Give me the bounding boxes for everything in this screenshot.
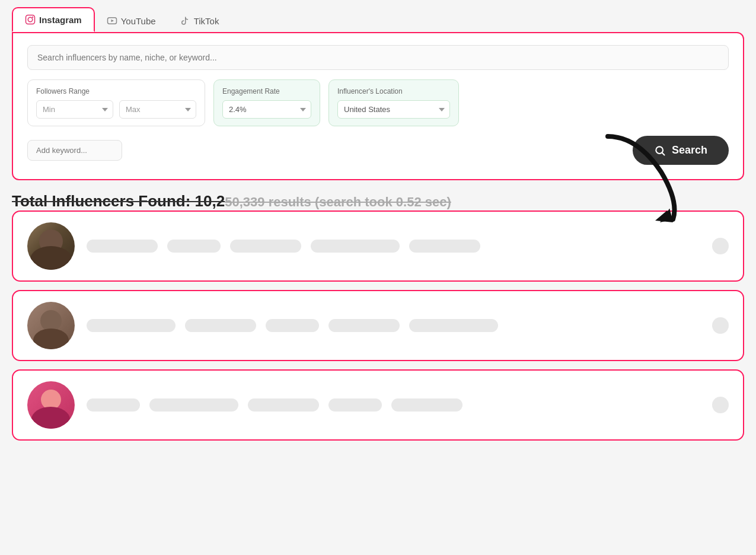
influencer-card <box>12 369 744 441</box>
svg-rect-0 <box>26 15 35 24</box>
results-header-text: Total Influencers Found: 10,2 <box>12 192 225 210</box>
results-subtitle-text: 50,339 results (search took 0.52 sec) <box>225 194 451 210</box>
skeleton-followers <box>185 319 256 332</box>
arrow-annotation <box>590 125 720 243</box>
tab-tiktok[interactable]: TikTok <box>168 9 231 32</box>
avatar <box>27 222 75 270</box>
youtube-icon <box>107 15 117 26</box>
instagram-icon <box>25 14 36 25</box>
engagement-label: Engagement Rate <box>222 87 311 95</box>
svg-point-2 <box>32 17 33 18</box>
filters-row: Followers Range Min Max Engagement Rate … <box>27 79 729 126</box>
skeleton-row <box>87 317 729 334</box>
main-search-input[interactable] <box>27 45 729 70</box>
avatar <box>27 302 75 349</box>
engagement-filter: Engagement Rate 2.4% <box>213 79 320 126</box>
followers-max-select[interactable]: Max <box>119 100 196 119</box>
tabs-container: Instagram YouTube TikTok <box>0 0 756 32</box>
tab-instagram[interactable]: Instagram <box>12 7 95 32</box>
skeleton-engagement <box>248 398 319 412</box>
skeleton-name <box>87 319 176 332</box>
followers-label: Followers Range <box>36 87 196 95</box>
skeleton-action <box>712 317 729 334</box>
skeleton-engagement <box>230 240 301 253</box>
skeleton-action <box>712 397 729 413</box>
keyword-input[interactable] <box>27 140 122 161</box>
skeleton-name <box>87 240 158 253</box>
skeleton-row <box>87 397 729 413</box>
location-filter: Influencer's Location United States <box>328 79 459 126</box>
location-select[interactable]: United States <box>337 100 450 119</box>
influencer-card <box>12 290 744 361</box>
skeleton-location <box>409 319 498 332</box>
skeleton-followers <box>167 240 221 253</box>
svg-point-1 <box>28 17 33 22</box>
followers-min-select[interactable]: Min <box>36 100 113 119</box>
skeleton-followers <box>149 398 238 412</box>
tab-instagram-label: Instagram <box>39 15 82 25</box>
avatar <box>27 381 75 429</box>
followers-filter: Followers Range Min Max <box>27 79 205 126</box>
tiktok-icon <box>180 15 190 26</box>
tab-tiktok-label: TikTok <box>194 16 219 26</box>
tab-youtube-label: YouTube <box>121 16 156 26</box>
engagement-select[interactable]: 2.4% <box>222 100 311 119</box>
skeleton-category <box>328 319 400 332</box>
skeleton-location <box>391 398 462 412</box>
skeleton-name <box>87 398 140 412</box>
skeleton-location <box>409 240 480 253</box>
location-label: Influencer's Location <box>337 87 450 95</box>
svg-marker-4 <box>111 20 114 23</box>
skeleton-engagement <box>266 319 319 332</box>
skeleton-category <box>328 398 382 412</box>
tab-youtube[interactable]: YouTube <box>95 9 168 32</box>
followers-selects: Min Max <box>36 100 196 119</box>
arrow-svg <box>590 125 709 231</box>
skeleton-category <box>311 240 400 253</box>
